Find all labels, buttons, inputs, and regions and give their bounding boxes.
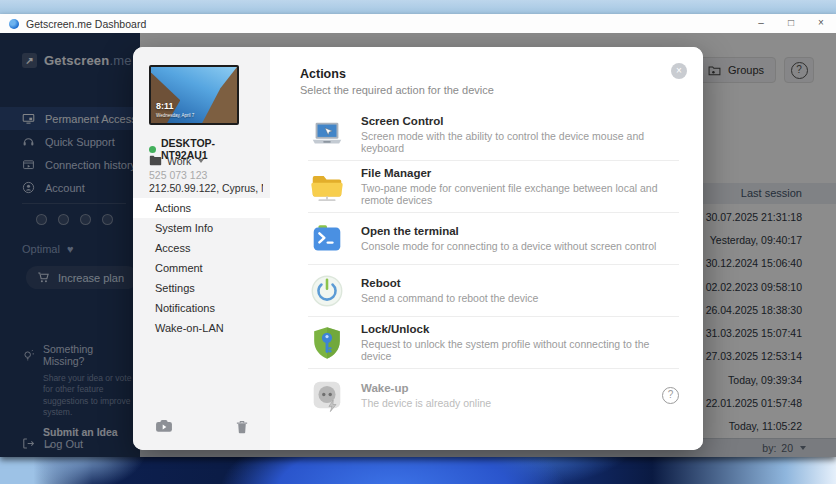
action-screen-control[interactable]: Screen ControlScreen mode with the abili… [308,109,679,161]
action-description: Send a command to reboot the device [361,292,538,304]
device-actions-modal: 8:11 Wednesday, April 7 DESKTOP-NT92AU1 … [133,47,703,450]
action-description: The device is already online [361,397,491,409]
wake-up-help-icon[interactable]: ? [662,387,679,404]
action-title: File Manager [361,167,679,179]
action-reboot[interactable]: RebootSend a command to reboot the devic… [308,265,679,317]
wake-up-icon [308,376,346,414]
close-window-button[interactable]: × [806,14,836,33]
modal-tabs: ActionsSystem InfoAccessCommentSettingsN… [133,198,270,338]
file-manager-icon [308,168,346,206]
screen-recording-icon[interactable] [155,419,173,434]
action-title: Open the terminal [361,225,656,237]
terminal-icon [308,220,346,258]
tab-settings[interactable]: Settings [133,278,270,298]
window-title: Getscreen.me Dashboard [26,18,146,30]
lockscreen-date: Wednesday, April 7 [156,113,194,118]
folder-icon [149,154,162,167]
desktop: Getscreen.me Dashboard – □ × ↗ Getscreen… [0,0,836,484]
action-wake-up: Wake-upThe device is already online? [308,369,679,421]
tab-comment[interactable]: Comment [133,258,270,278]
delete-device-icon[interactable] [236,420,248,434]
thumbnail-scenery [197,67,237,123]
chevron-down-icon [198,159,204,163]
actions-list: Screen ControlScreen mode with the abili… [308,109,679,421]
lockscreen-time: 8:11 [156,101,174,111]
lock-unlock-icon [308,324,346,362]
modal-content: Actions Select the required action for t… [270,47,703,450]
device-thumbnail[interactable]: 8:11 Wednesday, April 7 [149,65,239,125]
device-group-label: Work [167,155,191,167]
app-area: ↗ Getscreen.me Permanent AccessQuick Sup… [0,33,836,457]
action-description: Screen mode with the ability to control … [361,130,679,154]
action-title: Reboot [361,277,538,289]
reboot-icon [308,272,346,310]
action-description: Request to unlock the system profile wit… [361,338,679,362]
action-title: Screen Control [361,115,679,127]
app-window: Getscreen.me Dashboard – □ × ↗ Getscreen… [0,14,836,457]
close-modal-button[interactable]: × [671,63,687,79]
modal-device-panel: 8:11 Wednesday, April 7 DESKTOP-NT92AU1 … [133,47,270,450]
screen-control-icon [308,116,346,154]
tab-wake-on-lan[interactable]: Wake-on-LAN [133,318,270,338]
action-title: Lock/Unlock [361,323,679,335]
getscreen-app-icon [9,19,19,29]
maximize-button[interactable]: □ [776,14,806,33]
tab-system-info[interactable]: System Info [133,218,270,238]
online-status-icon [149,146,156,153]
modal-title: Actions [300,67,346,81]
device-group-selector[interactable]: Work [149,154,204,167]
window-titlebar[interactable]: Getscreen.me Dashboard – □ × [0,14,836,34]
tab-notifications[interactable]: Notifications [133,298,270,318]
action-lock-unlock[interactable]: Lock/UnlockRequest to unlock the system … [308,317,679,369]
device-id: 525 073 123 [149,169,207,181]
action-title: Wake-up [361,382,491,394]
tab-actions[interactable]: Actions [133,198,270,218]
modal-subtitle: Select the required action for the devic… [300,84,494,96]
minimize-button[interactable]: – [746,14,776,33]
action-description: Console mode for connecting to a device … [361,240,656,252]
action-description: Two-pane mode for convenient file exchan… [361,182,679,206]
desktop-wallpaper-top [0,0,836,14]
device-address: 212.50.99.122, Cyprus, Nicosia, ... [149,182,263,194]
action-open-the-terminal[interactable]: Open the terminalConsole mode for connec… [308,213,679,265]
tab-access[interactable]: Access [133,238,270,258]
action-file-manager[interactable]: File ManagerTwo-pane mode for convenient… [308,161,679,213]
